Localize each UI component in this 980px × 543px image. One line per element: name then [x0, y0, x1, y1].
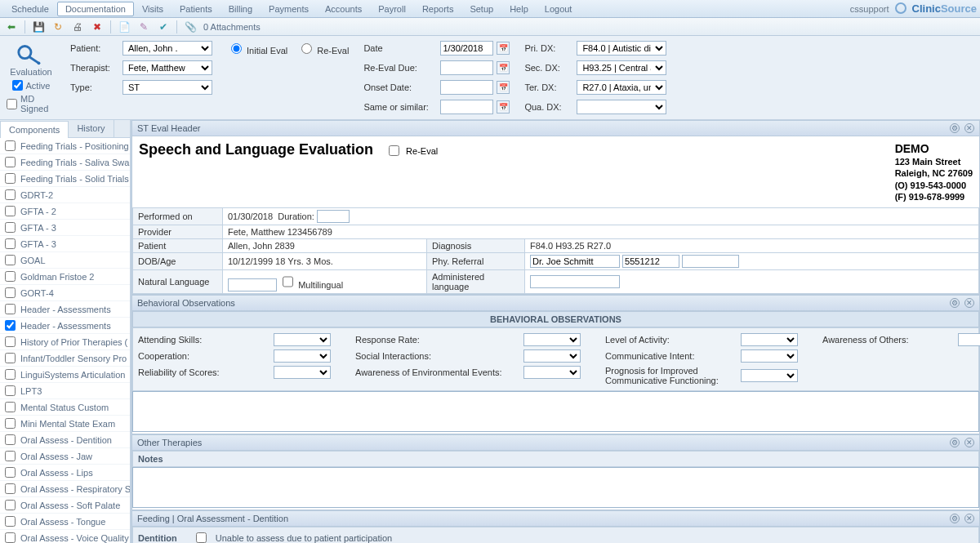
component-item[interactable]: LinguiSystems Articulation	[0, 367, 130, 383]
close-panel-icon[interactable]: ✕	[964, 438, 974, 447]
attachments-label[interactable]: 0 Attachments	[203, 22, 261, 32]
component-checkbox[interactable]	[5, 157, 16, 167]
awareness-env-select[interactable]	[523, 366, 581, 379]
component-checkbox[interactable]	[5, 369, 16, 380]
gear-icon[interactable]: ⚙	[950, 123, 960, 133]
component-list[interactable]: Feeding Trials - PositioningFeeding Tria…	[0, 138, 130, 543]
sign-icon[interactable]: ✔	[157, 20, 170, 33]
re-eval-radio-label[interactable]: Re-Eval	[297, 41, 349, 56]
component-checkbox[interactable]	[5, 255, 16, 265]
natlang-input[interactable]	[228, 278, 277, 292]
multilingual-checkbox[interactable]	[283, 275, 293, 288]
behavioral-notes[interactable]	[132, 391, 979, 432]
menu-logout[interactable]: Logout	[537, 2, 581, 16]
reeval-due-input[interactable]	[440, 60, 493, 75]
duration-input[interactable]	[317, 210, 350, 223]
component-item[interactable]: Oral Assess - Voice Quality	[0, 530, 130, 543]
close-panel-icon[interactable]: ✕	[964, 514, 974, 523]
referral-extra-input[interactable]	[682, 255, 739, 268]
component-item[interactable]: GORT-4	[0, 285, 130, 301]
component-item[interactable]: Infant/Toddler Sensory Pro	[0, 350, 130, 367]
component-item[interactable]: GFTA - 3	[0, 220, 130, 236]
prognosis-select[interactable]	[741, 369, 798, 382]
component-item[interactable]: Oral Assess - Tongue	[0, 514, 130, 530]
component-checkbox[interactable]	[5, 532, 16, 543]
menu-billing[interactable]: Billing	[220, 2, 261, 16]
refresh-icon[interactable]: ↻	[51, 20, 65, 33]
qua-dx-select[interactable]	[577, 100, 666, 114]
component-checkbox[interactable]	[5, 287, 16, 298]
component-item[interactable]: Feeding Trials - Positioning	[0, 138, 130, 154]
component-item[interactable]: Mental Status Custom	[0, 399, 130, 416]
initial-eval-radio-label[interactable]: Initial Eval	[227, 41, 287, 56]
component-item[interactable]: GOAL	[0, 252, 130, 269]
menu-payments[interactable]: Payments	[261, 2, 317, 16]
component-item[interactable]: Feeding Trials - Saliva Swa	[0, 154, 130, 171]
print-icon[interactable]: 🖨	[71, 20, 84, 33]
component-item[interactable]: Feeding Trials - Solid Trials	[0, 171, 130, 187]
component-item[interactable]: Header - Assessments	[0, 301, 130, 318]
component-checkbox[interactable]	[5, 304, 16, 314]
save-icon[interactable]: 💾	[32, 20, 45, 33]
menu-setup[interactable]: Setup	[461, 2, 501, 16]
menu-accounts[interactable]: Accounts	[317, 2, 370, 16]
component-item[interactable]: GFTA - 3	[0, 236, 130, 252]
component-item[interactable]: Header - Assessments	[0, 318, 130, 334]
type-select[interactable]: ST	[122, 80, 212, 95]
component-checkbox[interactable]	[5, 140, 16, 151]
menu-visits[interactable]: Visits	[134, 2, 172, 16]
menu-help[interactable]: Help	[501, 2, 537, 16]
gear-icon[interactable]: ⚙	[950, 514, 960, 523]
tab-components[interactable]: Components	[0, 121, 69, 138]
component-checkbox[interactable]	[5, 434, 16, 445]
component-item[interactable]: Oral Assess - Jaw	[0, 448, 130, 465]
menu-reports[interactable]: Reports	[414, 2, 462, 16]
component-item[interactable]: Oral Assess - Dentition	[0, 432, 130, 448]
sec-dx-select[interactable]: H93.25 | Central auditory processing d	[577, 60, 666, 75]
date-picker-icon[interactable]: 📅	[497, 42, 510, 55]
component-item[interactable]: Mini Mental State Exam	[0, 416, 130, 432]
date-input[interactable]	[440, 41, 493, 56]
menu-schedule[interactable]: Schedule	[3, 2, 57, 16]
initial-eval-radio[interactable]	[231, 43, 242, 54]
therapist-select[interactable]: Fete, Matthew	[122, 60, 212, 75]
activity-select[interactable]	[741, 333, 798, 346]
component-checkbox[interactable]	[5, 402, 16, 412]
active-checkbox[interactable]	[12, 80, 23, 91]
same-input[interactable]	[440, 100, 493, 114]
social-select[interactable]	[523, 349, 581, 363]
response-select[interactable]	[523, 333, 581, 346]
component-checkbox[interactable]	[5, 500, 16, 510]
other-therapies-notes[interactable]	[132, 467, 979, 508]
reliability-select[interactable]	[274, 366, 331, 379]
delete-icon[interactable]: ✖	[91, 20, 104, 33]
component-checkbox[interactable]	[5, 467, 16, 478]
referral-name-input[interactable]	[530, 255, 620, 268]
component-checkbox[interactable]	[5, 222, 16, 233]
component-checkbox[interactable]	[5, 418, 16, 429]
component-checkbox[interactable]	[5, 516, 16, 527]
component-item[interactable]: GFTA - 2	[0, 203, 130, 220]
edit-icon[interactable]: ✎	[137, 20, 150, 33]
component-item[interactable]: Oral Assess - Respiratory S	[0, 481, 130, 497]
re-eval-radio[interactable]	[301, 43, 312, 54]
pri-dx-select[interactable]: F84.0 | Autistic disorder	[577, 41, 666, 56]
unable-checkbox[interactable]	[196, 532, 207, 543]
menu-payroll[interactable]: Payroll	[370, 2, 414, 16]
ter-dx-select[interactable]: R27.0 | Ataxia, unspecified	[577, 80, 666, 95]
intent-select[interactable]	[741, 349, 798, 363]
copy-icon[interactable]: 📄	[118, 20, 131, 33]
component-checkbox[interactable]	[5, 173, 16, 184]
patient-select[interactable]: Allen, John .	[122, 41, 212, 56]
component-item[interactable]: Goldman Fristoe 2	[0, 269, 130, 285]
component-item[interactable]: Oral Assess - Lips	[0, 465, 130, 481]
admin-lang-input[interactable]	[530, 275, 620, 288]
close-panel-icon[interactable]: ✕	[964, 298, 974, 308]
gear-icon[interactable]: ⚙	[950, 298, 960, 308]
cooperation-select[interactable]	[274, 349, 331, 363]
menu-patients[interactable]: Patients	[172, 2, 220, 16]
onset-picker-icon[interactable]: 📅	[497, 81, 510, 94]
reeval-checkbox[interactable]	[389, 145, 399, 156]
back-icon[interactable]: ⬅	[5, 20, 18, 33]
component-checkbox[interactable]	[5, 189, 16, 200]
